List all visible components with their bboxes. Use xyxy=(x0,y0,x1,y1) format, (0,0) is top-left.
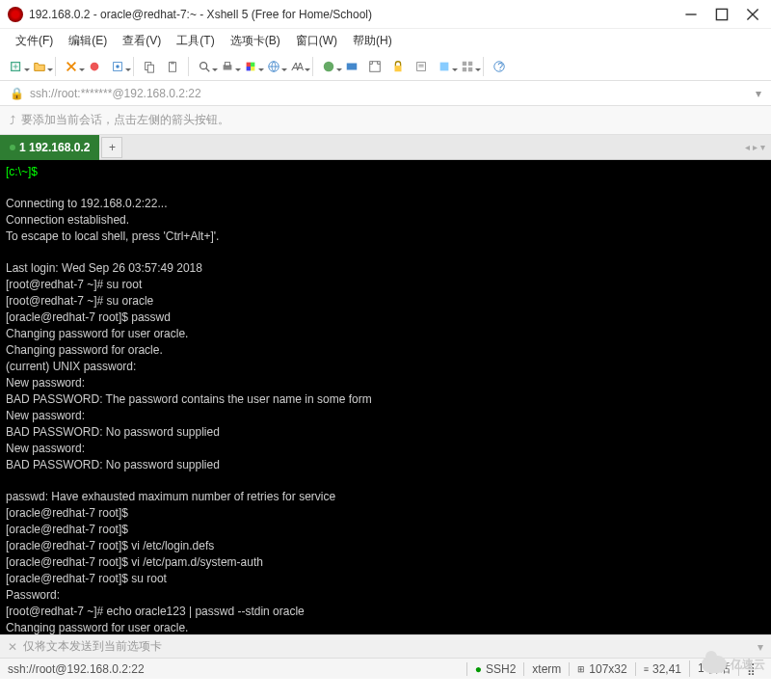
svg-rect-33 xyxy=(463,61,466,65)
terminal-line: [oracle@redhat-7 root]$ xyxy=(6,523,128,536)
status-pos: ≡32,41 xyxy=(635,662,689,676)
lock-button[interactable] xyxy=(387,56,409,77)
toolbar-separator xyxy=(188,57,189,76)
menu-tools[interactable]: 工具(T) xyxy=(171,31,220,51)
terminal-line: Connecting to 192.168.0.2:22... xyxy=(6,197,167,210)
menu-help[interactable]: 帮助(H) xyxy=(347,31,398,51)
terminal-line: [root@redhat-7 ~]# echo oracle123 | pass… xyxy=(6,605,305,618)
chevron-down-icon[interactable]: ▾ xyxy=(756,87,761,100)
menu-edit[interactable]: 编辑(E) xyxy=(63,31,113,51)
new-session-button[interactable] xyxy=(6,56,27,77)
hint-bar: ⤴ 要添加当前会话，点击左侧的箭头按钮。 xyxy=(0,106,771,135)
svg-point-7 xyxy=(91,62,99,70)
menu-view[interactable]: 查看(V) xyxy=(117,31,167,51)
toolbar-separator xyxy=(483,57,484,76)
arrow-icon[interactable]: ⤴ xyxy=(10,114,15,127)
svg-rect-26 xyxy=(347,63,358,69)
close-icon[interactable]: ✕ xyxy=(8,640,17,654)
tab-nav[interactable]: ◂ ▸ ▾ xyxy=(739,142,771,152)
terminal-line: Password: xyxy=(6,588,60,602)
disconnect-button[interactable] xyxy=(84,56,105,77)
status-proto: ●SSH2 xyxy=(466,662,524,676)
menu-window[interactable]: 窗口(W) xyxy=(290,31,343,51)
svg-rect-21 xyxy=(251,67,254,70)
filter-bar: ✕ 仅将文本发送到当前选项卡 ▾ xyxy=(0,634,771,658)
terminal-line: Connection established. xyxy=(6,213,129,227)
app-icon xyxy=(8,7,23,22)
close-button[interactable] xyxy=(746,8,759,21)
terminal-line: Changing password for user oracle. xyxy=(6,621,188,634)
filter-text: 仅将文本发送到当前选项卡 xyxy=(23,638,162,655)
svg-rect-34 xyxy=(468,61,472,65)
svg-line-15 xyxy=(206,67,210,71)
terminal-line: [oracle@redhat-7 root]$ vi /etc/pam.d/sy… xyxy=(6,555,263,569)
window-title: 192.168.0.2 - oracle@redhat-7:~ - Xshell… xyxy=(29,8,684,21)
session-tab[interactable]: 1 192.168.0.2 xyxy=(0,135,99,160)
compose-button[interactable] xyxy=(411,56,432,77)
terminal-line: [oracle@redhat-7 root]$ passwd xyxy=(6,310,171,324)
terminal-line: To escape to local shell, press 'Ctrl+Al… xyxy=(6,229,219,243)
toolbar: AA ? xyxy=(0,52,771,81)
reconnect-button[interactable] xyxy=(61,56,82,77)
find-button[interactable] xyxy=(194,56,215,77)
maximize-button[interactable] xyxy=(715,8,729,21)
menubar: 文件(F) 编辑(E) 查看(V) 工具(T) 选项卡(B) 窗口(W) 帮助(… xyxy=(0,29,771,52)
svg-point-9 xyxy=(116,65,120,68)
status-size: ⊞107x32 xyxy=(569,662,634,676)
svg-rect-35 xyxy=(463,67,466,70)
terminal-line: [root@redhat-7 ~]# su root xyxy=(6,278,142,291)
tab-bar: 1 192.168.0.2 + ◂ ▸ ▾ xyxy=(0,135,771,160)
highlight-button[interactable] xyxy=(434,56,455,77)
print-button[interactable] xyxy=(217,56,238,77)
svg-point-25 xyxy=(324,61,334,71)
terminal[interactable]: [c:\~]$ Connecting to 192.168.0.2:22... … xyxy=(0,160,771,634)
encoding-button[interactable] xyxy=(263,56,284,77)
svg-rect-27 xyxy=(370,61,381,71)
terminal-line: BAD PASSWORD: No password supplied xyxy=(6,458,220,471)
svg-rect-17 xyxy=(225,62,229,66)
font-button[interactable]: AA xyxy=(286,56,307,77)
fullscreen-button[interactable] xyxy=(364,56,386,77)
menu-tabs[interactable]: 选项卡(B) xyxy=(225,31,286,51)
svg-text:?: ? xyxy=(497,60,503,71)
terminal-line: [root@redhat-7 ~]# su oracle xyxy=(6,294,153,308)
terminal-line: BAD PASSWORD: No password supplied xyxy=(6,425,220,439)
xftp-button[interactable] xyxy=(341,56,362,77)
paste-button[interactable] xyxy=(162,56,183,77)
color-scheme-button[interactable] xyxy=(240,56,261,77)
terminal-line: [oracle@redhat-7 root]$ su root xyxy=(6,572,167,585)
terminal-line: New password: xyxy=(6,409,85,422)
watermark-text: 亿速云 xyxy=(731,657,765,673)
properties-button[interactable] xyxy=(107,56,128,77)
terminal-line: [oracle@redhat-7 root]$ xyxy=(6,506,128,520)
toolbar-separator xyxy=(312,57,313,76)
svg-rect-19 xyxy=(251,62,254,66)
terminal-line: Last login: Wed Sep 26 03:57:49 2018 xyxy=(6,261,202,275)
titlebar: 192.168.0.2 - oracle@redhat-7:~ - Xshell… xyxy=(0,0,771,29)
terminal-line: (current) UNIX password: xyxy=(6,360,136,373)
lock-icon: 🔒 xyxy=(10,87,24,100)
svg-rect-1 xyxy=(716,9,727,19)
status-term: xterm xyxy=(523,662,569,676)
new-tab-button[interactable]: + xyxy=(101,137,122,158)
toolbar-separator xyxy=(55,57,56,76)
status-dot-icon xyxy=(10,145,15,150)
open-button[interactable] xyxy=(29,56,50,77)
address-text: ssh://root:*******@192.168.0.2:22 xyxy=(30,87,201,100)
copy-button[interactable] xyxy=(139,56,160,77)
cloud-icon xyxy=(702,656,727,673)
svg-point-14 xyxy=(200,62,207,68)
layout-button[interactable] xyxy=(457,56,478,77)
menu-file[interactable]: 文件(F) xyxy=(10,31,59,51)
address-bar[interactable]: 🔒 ssh://root:*******@192.168.0.2:22 ▾ xyxy=(0,81,771,106)
status-bar: ssh://root@192.168.0.2:22 ●SSH2 xterm ⊞1… xyxy=(0,658,771,679)
watermark: 亿速云 xyxy=(702,656,765,673)
chevron-down-icon[interactable]: ▾ xyxy=(758,640,763,654)
minimize-button[interactable] xyxy=(684,8,698,21)
terminal-line: passwd: Have exhausted maximum number of… xyxy=(6,490,335,503)
terminal-line: [c:\~]$ xyxy=(6,165,38,178)
help-button[interactable]: ? xyxy=(489,56,510,77)
status-connection: ssh://root@192.168.0.2:22 xyxy=(8,662,466,676)
script-button[interactable] xyxy=(318,56,339,77)
window-buttons xyxy=(684,8,763,21)
